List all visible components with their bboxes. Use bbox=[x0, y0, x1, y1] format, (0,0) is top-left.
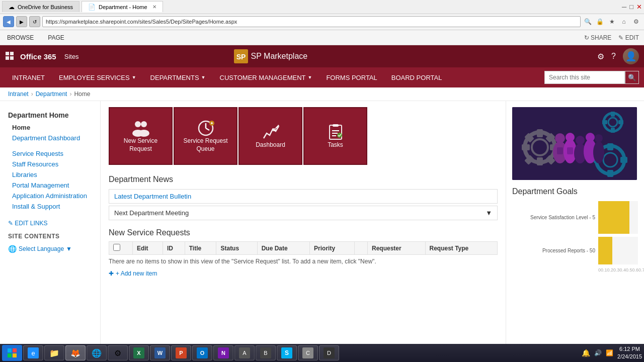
taskbar-app-ie[interactable]: e bbox=[23, 345, 43, 360]
taskbar-app-app2[interactable]: B bbox=[256, 345, 276, 360]
axis-01: 0.1 bbox=[601, 267, 607, 273]
breadcrumb-intranet[interactable]: Intranet bbox=[8, 90, 29, 98]
notification-icon: 🔔 bbox=[582, 349, 590, 357]
nav-board-portal[interactable]: BOARD PORTAL bbox=[384, 67, 449, 87]
favorites-icon[interactable]: ★ bbox=[607, 17, 617, 27]
sp-logo-icon: SP bbox=[234, 49, 248, 63]
taskbar-app-app1[interactable]: A bbox=[234, 345, 255, 360]
help-icon[interactable]: ? bbox=[611, 52, 616, 61]
sidebar-item-portal-management[interactable]: Portal Management bbox=[0, 180, 100, 191]
dept-goals-chart: Service Satisfaction Level - 5 Processed… bbox=[512, 201, 638, 302]
edit-button[interactable]: ✎ EDIT bbox=[618, 34, 639, 41]
nav-departments[interactable]: DEPARTMENTS ▼ bbox=[143, 67, 213, 87]
tab-close-icon[interactable]: ✕ bbox=[152, 4, 156, 10]
taskbar-app-chrome[interactable]: 🌐 bbox=[87, 345, 107, 360]
window-minimize[interactable]: ─ bbox=[622, 3, 626, 11]
app-launcher-icon[interactable] bbox=[5, 51, 15, 61]
sidebar-item-staff-resources[interactable]: Staff Resources bbox=[0, 159, 100, 169]
tab-department-home[interactable]: 📄 Department - Home ✕ bbox=[82, 1, 163, 12]
nav-employee-services[interactable]: EMPLOYEE SERVICES ▼ bbox=[52, 67, 143, 87]
address-bar[interactable] bbox=[42, 16, 581, 27]
service-requests-empty-message: There are no items to show in this view … bbox=[109, 255, 498, 268]
settings-nav-icon[interactable]: ⚙ bbox=[631, 17, 641, 27]
tab-onedrive[interactable]: ☁ OneDrive for Business bbox=[2, 1, 79, 12]
taskbar-app-app3[interactable]: C bbox=[298, 345, 318, 360]
taskbar: e 📁 🦊 🌐 ⚙ X W P O N A B S C D 🔔 🔊 📶 bbox=[0, 344, 644, 362]
app2-icon: B bbox=[260, 347, 271, 358]
tile-tasks[interactable]: Tasks bbox=[303, 107, 367, 165]
ie-icon: e bbox=[28, 347, 39, 358]
user-avatar[interactable]: 👤 bbox=[623, 48, 639, 64]
nav-customer-management[interactable]: CUSTOMER MANAGEMENT ▼ bbox=[213, 67, 319, 87]
taskbar-app-settings[interactable]: ⚙ bbox=[108, 345, 128, 360]
window-close[interactable]: ✕ bbox=[636, 3, 642, 11]
nav-intranet[interactable]: INTRANET bbox=[5, 67, 52, 87]
dropdown-expand-icon[interactable]: ▼ bbox=[486, 209, 492, 217]
tile-service-request-queue[interactable]: Service Request Queue bbox=[174, 107, 237, 165]
add-icon: ✚ bbox=[109, 270, 114, 277]
edit-links-button[interactable]: ✎ EDIT LINKS bbox=[0, 218, 100, 229]
breadcrumb-sep-2: › bbox=[69, 90, 71, 98]
forward-button[interactable]: ▶ bbox=[16, 16, 27, 27]
search-button[interactable]: 🔍 bbox=[625, 71, 639, 84]
select-language-button[interactable]: 🌐 Select Language ▼ bbox=[0, 242, 100, 256]
dept-news-item-1[interactable]: Latest Department Bulletin bbox=[109, 189, 498, 204]
add-new-item-link[interactable]: ✚ + Add new item bbox=[109, 270, 498, 277]
sp-marketplace-logo: SP SP Marketplace bbox=[234, 49, 308, 63]
svg-point-49 bbox=[555, 133, 565, 143]
window-maximize[interactable]: □ bbox=[629, 3, 633, 11]
svg-point-53 bbox=[576, 136, 585, 145]
browser-chrome: ☁ OneDrive for Business 📄 Department - H… bbox=[0, 0, 644, 30]
taskbar-clock: 6:12 PM 2/24/2015 bbox=[617, 345, 642, 361]
taskbar-app-word[interactable]: W bbox=[150, 345, 170, 360]
sidebar-item-application-admin[interactable]: Application Administration bbox=[0, 191, 100, 201]
svg-rect-29 bbox=[537, 157, 543, 165]
language-arrow-icon: ▼ bbox=[66, 245, 72, 252]
col-status: Status bbox=[216, 242, 257, 255]
search-nav-icon[interactable]: 🔍 bbox=[583, 17, 593, 27]
taskbar-app-app4[interactable]: D bbox=[319, 345, 339, 360]
taskbar-app-skype[interactable]: S bbox=[277, 345, 297, 360]
col-requester: Requester bbox=[368, 242, 425, 255]
dept-news-item-2[interactable]: Next Department Meeting ▼ bbox=[109, 206, 498, 220]
sidebar-item-service-requests[interactable]: Service Requests bbox=[0, 148, 100, 159]
share-button[interactable]: ↻ SHARE bbox=[584, 34, 612, 41]
ribbon-browse[interactable]: BROWSE bbox=[5, 34, 36, 41]
settings-icon[interactable]: ⚙ bbox=[597, 52, 604, 61]
sidebar-item-dept-dashboard[interactable]: Department Dashboard bbox=[0, 133, 100, 143]
taskbar-app-firefox[interactable]: 🦊 bbox=[65, 345, 86, 360]
axis-06: 0.6 bbox=[632, 267, 639, 273]
chart-axis: 0 0.1 0.2 0.3 0.4 0.5 0.6 0.7 bbox=[512, 267, 638, 273]
svg-text:SP: SP bbox=[236, 53, 246, 61]
search-input[interactable] bbox=[544, 71, 625, 84]
browser-nav-bar: ◀ ▶ ↺ 🔍 🔒 ★ ⌂ ⚙ bbox=[0, 14, 644, 30]
chrome-icon: 🌐 bbox=[91, 347, 102, 358]
sites-link[interactable]: Sites bbox=[64, 53, 79, 60]
taskbar-app-powerpoint[interactable]: P bbox=[171, 345, 191, 360]
ribbon-page[interactable]: PAGE bbox=[46, 34, 66, 41]
tile-new-service-request[interactable]: New Service Request bbox=[109, 107, 173, 165]
col-due-date: Due Date bbox=[257, 242, 309, 255]
home-icon[interactable]: ⌂ bbox=[619, 17, 629, 27]
svg-point-7 bbox=[141, 121, 147, 127]
taskbar-app-outlook[interactable]: O bbox=[192, 345, 212, 360]
office365-logo[interactable]: Office 365 bbox=[20, 52, 56, 61]
back-button[interactable]: ◀ bbox=[3, 16, 14, 27]
sp-logo-text: SP Marketplace bbox=[251, 52, 308, 61]
breadcrumb-department[interactable]: Department bbox=[36, 90, 67, 98]
nav-forms-portal[interactable]: FORMS PORTAL bbox=[319, 67, 384, 87]
start-button[interactable] bbox=[2, 345, 22, 361]
taskbar-app-excel[interactable]: X bbox=[129, 345, 149, 360]
sidebar-item-install-support[interactable]: Install & Support bbox=[0, 201, 100, 212]
svg-rect-41 bbox=[618, 120, 623, 124]
svg-point-9 bbox=[138, 130, 149, 137]
taskbar-app-onenote[interactable]: N bbox=[213, 345, 233, 360]
taskbar-app-explorer[interactable]: 📁 bbox=[44, 345, 64, 360]
sidebar-item-home[interactable]: Home bbox=[0, 122, 100, 133]
axis-07: 0.7 bbox=[638, 267, 644, 273]
refresh-button[interactable]: ↺ bbox=[29, 16, 40, 27]
sidebar-item-libraries[interactable]: Libraries bbox=[0, 169, 100, 180]
explorer-icon: 📁 bbox=[49, 347, 60, 358]
tile-dashboard[interactable]: Dashboard bbox=[238, 107, 302, 165]
select-all-checkbox[interactable] bbox=[113, 244, 120, 251]
